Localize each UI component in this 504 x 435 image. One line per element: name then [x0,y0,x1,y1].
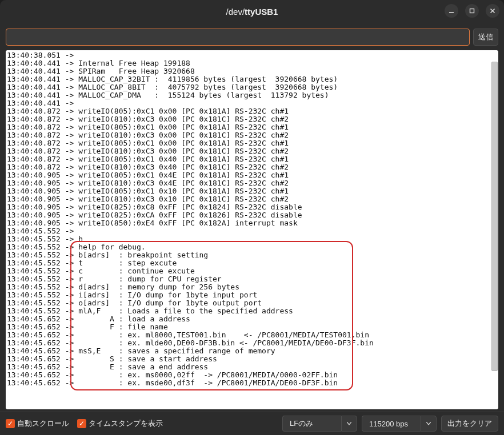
window-title: /dev/ttyUSB1 [226,7,278,17]
title-prefix: /dev/ [226,7,245,17]
terminal-output[interactable]: 13:40:38.051 -> 13:40:40.441 -> Internal… [6,50,491,409]
send-button[interactable]: 送信 [473,29,498,46]
svg-rect-1 [470,9,474,13]
timestamp-label: タイムスタンプを表示 [89,418,163,429]
baud-rate-value: 115200 bps [362,416,421,432]
autoscroll-toggle[interactable]: ✓ 自動スクロール [6,418,69,429]
timestamp-toggle[interactable]: ✓ タイムスタンプを表示 [77,418,163,429]
line-ending-select[interactable]: LFのみ [282,416,357,432]
line-ending-value: LFのみ [282,416,341,432]
titlebar: /dev/ttyUSB1 [0,0,504,23]
terminal-area: 13:40:38.051 -> 13:40:40.441 -> Internal… [6,50,498,409]
serial-monitor-window: /dev/ttyUSB1 送信 13:40:38.051 -> 13:40:40… [0,0,504,435]
close-button[interactable] [486,4,499,18]
chevron-down-icon [421,416,437,432]
command-row: 送信 [0,23,504,47]
title-name: ttyUSB1 [245,7,278,17]
maximize-button[interactable] [465,4,479,18]
baud-rate-select[interactable]: 115200 bps [362,416,437,432]
chevron-down-icon [341,416,357,432]
scrollbar[interactable] [491,50,498,409]
clear-output-button[interactable]: 出力をクリア [441,416,498,432]
autoscroll-label: 自動スクロール [17,418,69,429]
footer: ✓ 自動スクロール ✓ タイムスタンプを表示 LFのみ 115200 bps 出… [0,412,504,435]
check-icon: ✓ [77,419,86,428]
minimize-button[interactable] [445,4,458,18]
command-input[interactable] [6,29,470,46]
window-controls [445,4,499,18]
check-icon: ✓ [6,419,15,428]
scrollbar-thumb[interactable] [491,62,498,371]
